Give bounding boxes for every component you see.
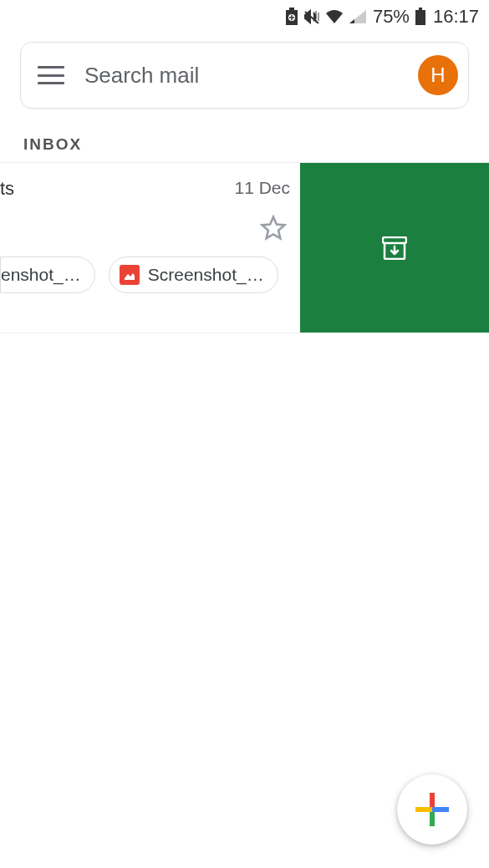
svg-rect-7 xyxy=(383,237,406,243)
battery-icon xyxy=(415,8,426,26)
profile-avatar[interactable]: H xyxy=(418,55,458,95)
star-icon[interactable] xyxy=(260,215,287,241)
clock-time: 16:17 xyxy=(433,6,479,28)
swipe-archive-action[interactable] xyxy=(300,163,489,332)
archive-icon xyxy=(382,236,407,260)
battery-saver-icon xyxy=(284,8,299,26)
wifi-icon xyxy=(324,8,344,25)
avatar-initial: H xyxy=(430,63,445,87)
svg-rect-5 xyxy=(415,10,425,25)
email-item[interactable]: ts 11 Dec enshot_… Screenshot_… xyxy=(0,163,300,332)
svg-rect-6 xyxy=(419,8,422,10)
status-bar: 75% 16:17 xyxy=(0,0,489,33)
email-sender: ts xyxy=(0,178,14,200)
search-input[interactable]: Search mail xyxy=(84,63,418,89)
battery-percent: 75% xyxy=(373,6,410,28)
attachment-label: Screenshot_… xyxy=(148,265,264,285)
svg-rect-1 xyxy=(289,8,294,10)
attachment-chip[interactable]: Screenshot_… xyxy=(109,256,278,293)
attachment-chip[interactable]: enshot_… xyxy=(0,256,95,293)
email-date: 11 Dec xyxy=(234,178,290,198)
image-icon xyxy=(120,265,140,285)
signal-icon xyxy=(348,8,366,25)
status-icons xyxy=(284,8,366,26)
menu-icon[interactable] xyxy=(38,66,64,84)
search-bar[interactable]: Search mail H xyxy=(20,42,469,109)
attachment-label: enshot_… xyxy=(1,265,81,285)
compose-button[interactable] xyxy=(397,774,467,845)
section-header-inbox: INBOX xyxy=(0,135,489,154)
plus-icon xyxy=(415,793,449,826)
email-list: ts 11 Dec enshot_… Screenshot_… xyxy=(0,162,489,333)
mute-icon xyxy=(303,8,321,26)
